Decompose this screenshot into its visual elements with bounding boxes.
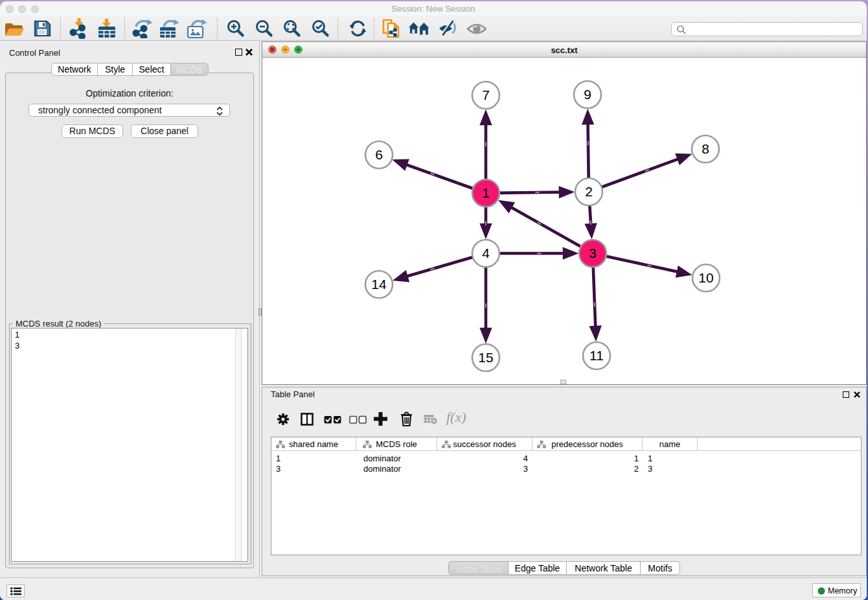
svg-text:1: 1 bbox=[482, 185, 490, 200]
svg-text:2: 2 bbox=[585, 184, 593, 199]
svg-text:11: 11 bbox=[589, 348, 604, 363]
svg-text:3: 3 bbox=[589, 246, 597, 260]
svg-text:6: 6 bbox=[375, 147, 383, 162]
svg-text:14: 14 bbox=[371, 277, 387, 292]
svg-text:15: 15 bbox=[478, 350, 493, 365]
svg-text:7: 7 bbox=[482, 87, 490, 102]
svg-text:9: 9 bbox=[584, 87, 591, 102]
svg-text:8: 8 bbox=[702, 141, 709, 156]
svg-text:10: 10 bbox=[698, 270, 713, 285]
svg-text:4: 4 bbox=[482, 246, 490, 260]
